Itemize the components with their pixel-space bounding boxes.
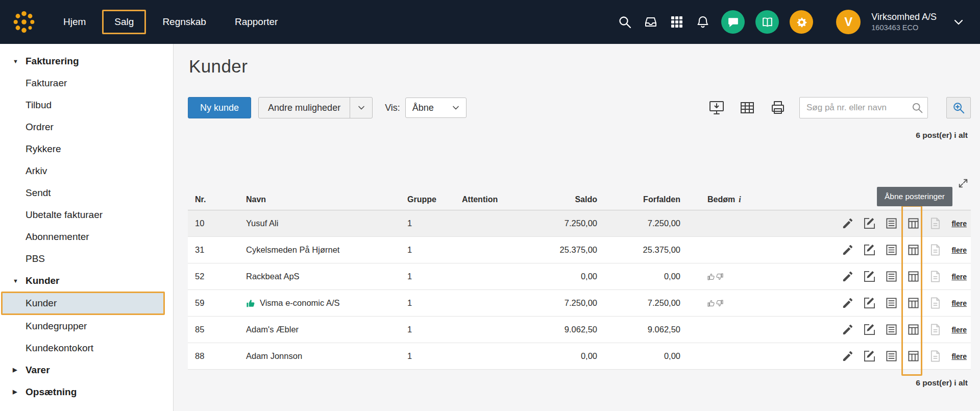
flere-link[interactable]: flere: [951, 220, 967, 228]
cell-forfalden: 25.375,00: [597, 245, 680, 255]
show-filter-value: Åbne: [412, 103, 434, 113]
flere-link[interactable]: flere: [951, 299, 967, 307]
flere-link[interactable]: flere: [951, 273, 967, 281]
rating-thumbs-icon[interactable]: [707, 299, 724, 307]
nav-item-rapporter[interactable]: Rapporter: [223, 10, 290, 34]
account-statement-icon[interactable]: [885, 296, 898, 310]
sidebar-item-arkiv[interactable]: Arkiv: [0, 160, 173, 182]
header-saldo[interactable]: Saldo: [513, 195, 597, 204]
header-attention[interactable]: Attention: [462, 195, 513, 204]
open-entries-icon[interactable]: [906, 349, 920, 363]
tooltip-open-entries: Åbne posteringer: [877, 187, 952, 206]
payment-icon[interactable]: [928, 216, 942, 230]
sidebar-item-kundegrupper[interactable]: Kundegrupper: [0, 315, 173, 337]
customer-search-input[interactable]: [806, 103, 911, 113]
open-entries-icon[interactable]: [906, 270, 920, 283]
account-statement-icon[interactable]: [885, 349, 898, 363]
open-entries-icon[interactable]: [906, 216, 920, 230]
table-row[interactable]: 31 Cykelsmeden På Hjørnet 1 25.375,00 25…: [188, 237, 971, 263]
table-row[interactable]: 85 Adam's Æbler 1 9.062,50 9.062,50 fler…: [188, 317, 971, 343]
create-invoice-icon[interactable]: [863, 216, 876, 230]
sidebar-item-pbs[interactable]: PBS: [0, 248, 173, 270]
apps-grid-icon[interactable]: [669, 14, 684, 30]
bell-icon[interactable]: [695, 14, 710, 30]
sidebar-item-abonnementer[interactable]: Abonnementer: [0, 226, 173, 248]
edit-pencil-icon[interactable]: [841, 216, 854, 230]
e-conomic-logo-icon[interactable]: [12, 10, 36, 34]
payment-icon[interactable]: [928, 323, 942, 336]
sidebar-section-fakturering[interactable]: Fakturering: [0, 50, 173, 72]
chat-button[interactable]: [721, 10, 745, 34]
sidebar-item-tilbud[interactable]: Tilbud: [0, 94, 173, 116]
sidebar-item-rykkere[interactable]: Rykkere: [0, 138, 173, 160]
search-icon[interactable]: [911, 102, 923, 114]
edit-pencil-icon[interactable]: [841, 243, 854, 257]
new-customer-button[interactable]: Ny kunde: [188, 97, 251, 118]
payment-icon[interactable]: [928, 296, 942, 310]
table-view-icon[interactable]: [738, 99, 756, 116]
chevron-down-icon[interactable]: [350, 98, 372, 118]
create-invoice-icon[interactable]: [863, 270, 876, 283]
header-bedom[interactable]: Bedøm i: [680, 195, 758, 204]
header-gruppe[interactable]: Gruppe: [407, 195, 462, 204]
open-entries-icon[interactable]: [906, 323, 920, 336]
sidebar-item-fakturaer[interactable]: Fakturaer: [0, 72, 173, 94]
open-entries-icon[interactable]: [906, 243, 920, 257]
company-info[interactable]: Virksomhed A/S 1603463 ECO: [871, 11, 937, 33]
create-invoice-icon[interactable]: [863, 349, 876, 363]
flere-link[interactable]: flere: [951, 326, 967, 334]
nav-item-regnskab[interactable]: Regnskab: [150, 10, 218, 34]
edit-pencil-icon[interactable]: [841, 270, 854, 283]
create-invoice-icon[interactable]: [863, 323, 876, 336]
expand-table-icon[interactable]: [958, 178, 970, 190]
account-statement-icon[interactable]: [885, 243, 898, 257]
sidebar-item-ordrer[interactable]: Ordrer: [0, 116, 173, 138]
header-navn[interactable]: Navn: [246, 195, 407, 204]
sidebar-item-ubetalte-fakturaer[interactable]: Ubetalte fakturaer: [0, 204, 173, 226]
nav-item-salg[interactable]: Salg: [102, 10, 146, 34]
app-root: Hjem Salg Regnskab Rapporter: [0, 0, 980, 411]
company-avatar[interactable]: V: [836, 10, 861, 34]
record-count-top: 6 post(er) i alt: [188, 131, 968, 140]
payment-icon[interactable]: [928, 243, 942, 257]
table-row[interactable]: 52 Rackbeat ApS 1 0,00 0,00: [188, 263, 971, 290]
header-nr[interactable]: Nr.: [188, 195, 246, 204]
edit-pencil-icon[interactable]: [841, 296, 854, 310]
create-invoice-icon[interactable]: [863, 296, 876, 310]
flere-link[interactable]: flere: [951, 352, 967, 360]
other-options-button[interactable]: Andre muligheder: [258, 97, 373, 118]
customer-search-box: [799, 97, 928, 118]
table-row[interactable]: 88 Adam Jonnson 1 0,00 0,00 flere: [188, 343, 971, 370]
payment-icon[interactable]: [928, 349, 942, 363]
sidebar-section-opsaetning[interactable]: Opsætning: [0, 381, 173, 403]
table-row[interactable]: 59 Visma e-conomic A/S 1 7.250,00 7.250,…: [188, 290, 971, 317]
create-invoice-icon[interactable]: [863, 243, 876, 257]
edit-pencil-icon[interactable]: [841, 323, 854, 336]
header-forfalden[interactable]: Forfalden: [597, 195, 680, 204]
info-icon[interactable]: i: [739, 195, 741, 204]
advanced-search-button[interactable]: [946, 97, 971, 118]
search-icon[interactable]: [617, 14, 632, 30]
sidebar-section-varer[interactable]: Varer: [0, 359, 173, 381]
flere-link[interactable]: flere: [951, 246, 967, 254]
settings-button[interactable]: [790, 10, 813, 34]
sidebar-item-kundekontokort[interactable]: Kundekontokort: [0, 337, 173, 359]
nav-item-hjem[interactable]: Hjem: [51, 10, 98, 34]
print-icon[interactable]: [769, 99, 787, 116]
account-statement-icon[interactable]: [885, 270, 898, 283]
sidebar-item-sendt[interactable]: Sendt: [0, 182, 173, 204]
table-row[interactable]: 10 Yusuf Ali 1 7.250,00 7.250,00 flere: [188, 210, 971, 237]
sidebar-item-kunder[interactable]: Kunder: [1, 292, 165, 315]
rating-thumbs-icon[interactable]: [707, 273, 724, 281]
edit-pencil-icon[interactable]: [841, 349, 854, 363]
show-filter-select[interactable]: Åbne: [405, 98, 467, 118]
open-entries-icon[interactable]: [906, 296, 920, 310]
account-statement-icon[interactable]: [885, 216, 898, 230]
help-book-button[interactable]: [755, 10, 779, 34]
sidebar-section-kunder[interactable]: Kunder: [0, 270, 173, 292]
inbox-icon[interactable]: [643, 14, 658, 30]
company-menu-chevron-down-icon[interactable]: [952, 16, 965, 28]
account-statement-icon[interactable]: [885, 323, 898, 336]
payment-icon[interactable]: [928, 270, 942, 283]
export-screen-icon[interactable]: [707, 99, 726, 116]
